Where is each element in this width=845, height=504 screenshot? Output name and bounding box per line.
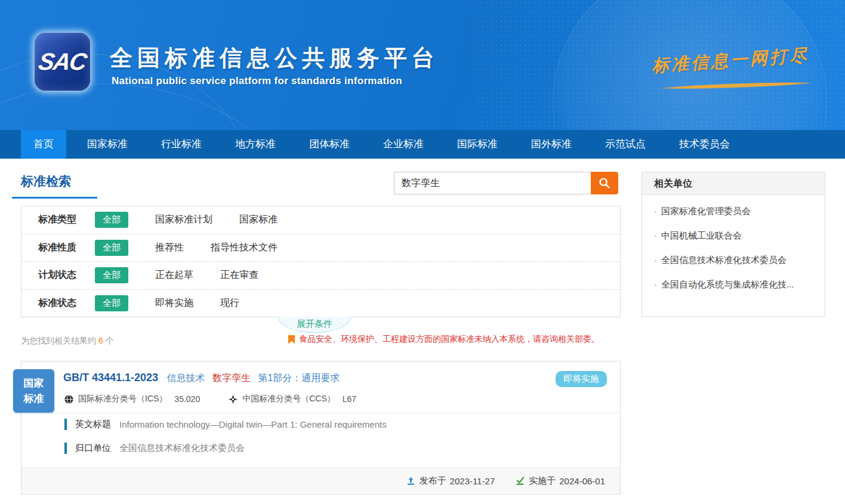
filter-all-badge[interactable]: 全部 xyxy=(95,295,128,311)
related-units-list: 国家标准化管理委员会 中国机械工业联合会 全国信息技术标准化技术委员会 全国自动… xyxy=(642,195,825,301)
results-summary: 为您找到相关结果约6个 xyxy=(21,336,114,347)
accent-bar xyxy=(64,419,67,430)
sac-logo-text: SAC xyxy=(36,48,88,75)
expand-conditions-button[interactable]: 展开条件 xyxy=(278,317,351,333)
filter-label: 标准性质 xyxy=(38,242,78,254)
implement-date: 2024-06-01 xyxy=(559,476,605,486)
filter-label: 标准类型 xyxy=(38,214,78,226)
status-badge: 即将实施 xyxy=(556,371,607,387)
card-divider xyxy=(21,413,620,413)
bookmark-icon xyxy=(288,335,295,344)
filter-row-standard-status: 标准状态 全部 即将实施 现行 xyxy=(21,289,620,317)
implement-label: 实施于 xyxy=(529,475,556,487)
summary-count: 6 xyxy=(96,336,106,345)
upload-icon xyxy=(406,477,420,486)
card-footer: 发布于 2023-11-27 实施于 2024-06-01 xyxy=(21,468,620,494)
sidebar-item-sac[interactable]: 国家标准化管理委员会 xyxy=(653,199,814,224)
nav-item-home[interactable]: 首页 xyxy=(21,130,66,159)
search-input[interactable] xyxy=(394,172,591,194)
site-header: SAC 全国标准信息公共服务平台 National public service… xyxy=(0,0,845,130)
filter-option[interactable]: 正在审查 xyxy=(220,269,258,282)
site-title: 全国标准信息公共服务平台 xyxy=(110,43,439,73)
publish-date-group: 发布于 2023-11-27 xyxy=(406,475,495,487)
standard-title-part1: 信息技术 xyxy=(167,373,205,383)
english-title-value: Information technology—Digital twin—Part… xyxy=(119,419,387,429)
check-icon xyxy=(516,477,529,486)
classification-row: 国际标准分类号（ICS） 35.020 中国标准分类号（CCS） L67 xyxy=(64,394,356,404)
nav-item-national-standards[interactable]: 国家标准 xyxy=(75,130,140,159)
dept-label: 归口单位 xyxy=(75,443,111,454)
filter-option[interactable]: 国家标准计划 xyxy=(155,214,212,226)
filter-option[interactable]: 即将实施 xyxy=(155,297,193,310)
english-title-row: 英文标题 Information technology—Digital twin… xyxy=(64,419,387,430)
summary-suffix: 个 xyxy=(106,336,114,345)
filter-option[interactable]: 国家标准 xyxy=(239,214,277,226)
filter-label: 标准状态 xyxy=(38,297,78,310)
dept-value: 全国信息技术标准化技术委员会 xyxy=(119,443,245,454)
nav-item-enterprise-standards[interactable]: 企业标准 xyxy=(371,130,436,159)
sidebar-item-machinery-federation[interactable]: 中国机械工业联合会 xyxy=(653,224,814,248)
related-units-title: 相关单位 xyxy=(642,172,825,195)
nav-item-foreign-standards[interactable]: 国外标准 xyxy=(519,130,584,159)
filter-option[interactable]: 指导性技术文件 xyxy=(211,242,277,254)
type-badge-line1: 国家 xyxy=(24,376,44,391)
ccs-label: 中国标准分类号（CCS） xyxy=(242,394,335,404)
filter-option[interactable]: 现行 xyxy=(220,297,239,310)
dept-row: 归口单位 全国信息技术标准化技术委员会 xyxy=(64,443,245,454)
nav-item-industry-standards[interactable]: 行业标准 xyxy=(149,130,214,159)
filter-row-plan-status: 计划状态 全部 正在起草 正在审查 xyxy=(21,261,620,289)
related-units-panel: 相关单位 国家标准化管理委员会 中国机械工业联合会 全国信息技术标准化技术委员会… xyxy=(642,172,825,317)
search-button[interactable] xyxy=(591,172,618,194)
nav-item-technical-committee[interactable]: 技术委员会 xyxy=(667,130,742,159)
filter-row-standard-type: 标准类型 全部 国家标准计划 国家标准 xyxy=(21,206,620,234)
search-icon xyxy=(598,177,611,190)
ics-label: 国际标准分类号（ICS） xyxy=(78,394,167,404)
filter-label: 计划状态 xyxy=(38,269,78,282)
main-nav: 首页 国家标准 行业标准 地方标准 团体标准 企业标准 国际标准 国外标准 示范… xyxy=(0,130,845,159)
nav-item-local-standards[interactable]: 地方标准 xyxy=(223,130,288,159)
filter-option[interactable]: 推荐性 xyxy=(155,242,184,254)
compass-icon xyxy=(229,395,238,404)
result-card: 国家 标准 GB/T 43441.1-2023 信息技术 数字孪生 第1部分：通… xyxy=(21,361,621,494)
nav-item-group-standards[interactable]: 团体标准 xyxy=(297,130,362,159)
publish-date: 2023-11-27 xyxy=(450,476,495,486)
ccs-value: L67 xyxy=(343,394,356,404)
standard-title-highlight: 数字孪生 xyxy=(212,373,251,383)
section-title-standard-search: 标准检索 xyxy=(21,173,71,190)
filter-option[interactable]: 正在起草 xyxy=(155,269,193,282)
filter-box: 标准类型 全部 国家标准计划 国家标准 标准性质 全部 推荐性 指导性技术文件 … xyxy=(21,206,621,317)
nav-item-pilot[interactable]: 示范试点 xyxy=(593,130,658,159)
accent-bar xyxy=(64,443,67,454)
standard-title-part2: 第1部分：通用要求 xyxy=(258,373,340,383)
sidebar-item-it-standardization-committee[interactable]: 全国信息技术标准化技术委员会 xyxy=(653,248,814,273)
page: SAC 全国标准信息公共服务平台 National public service… xyxy=(0,0,845,504)
section-title-underline xyxy=(12,197,97,199)
filter-all-badge[interactable]: 全部 xyxy=(95,212,128,228)
standard-title-link[interactable]: GB/T 43441.1-2023 信息技术 数字孪生 第1部分：通用要求 xyxy=(63,372,340,385)
summary-prefix: 为您找到相关结果约 xyxy=(21,336,96,345)
publish-label: 发布于 xyxy=(420,475,446,487)
nav-item-international-standards[interactable]: 国际标准 xyxy=(445,130,510,159)
english-title-label: 英文标题 xyxy=(75,419,111,430)
ics-value: 35.020 xyxy=(174,394,200,404)
type-badge-line2: 标准 xyxy=(24,391,44,407)
standard-code: GB/T 43441.1-2023 xyxy=(63,372,158,384)
site-subtitle: National public service platform for sta… xyxy=(112,75,402,87)
filter-row-standard-nature: 标准性质 全部 推荐性 指导性技术文件 xyxy=(21,234,620,262)
filter-all-badge[interactable]: 全部 xyxy=(95,240,128,256)
sidebar-item-automation-systems-committee[interactable]: 全国自动化系统与集成标准化技... xyxy=(653,273,814,297)
standard-type-badge: 国家 标准 xyxy=(13,369,54,413)
sac-logo[interactable]: SAC xyxy=(35,33,90,91)
system-notice: 食品安全、环境保护、工程建设方面的国家标准未纳入本系统，请咨询相关部委。 xyxy=(288,334,600,345)
filter-all-badge[interactable]: 全部 xyxy=(95,267,128,283)
globe-icon xyxy=(64,395,73,404)
notice-text: 食品安全、环境保护、工程建设方面的国家标准未纳入本系统，请咨询相关部委。 xyxy=(299,334,600,345)
implement-date-group: 实施于 2024-06-01 xyxy=(516,475,605,487)
